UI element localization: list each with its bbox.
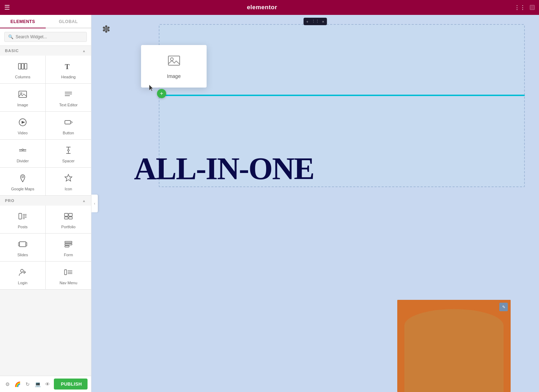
widget-form-label: Form — [64, 253, 73, 257]
widget-heading[interactable]: T Heading — [46, 56, 91, 83]
widget-nav-menu[interactable]: Nav Menu — [46, 262, 91, 289]
divider-icon — [18, 145, 28, 157]
svg-point-37 — [21, 269, 23, 272]
tab-elements[interactable]: ELEMENTS — [0, 15, 46, 28]
canvas-asterisk: ✽ — [102, 23, 110, 35]
widget-slides-label: Slides — [17, 253, 28, 257]
widget-login[interactable]: Login — [0, 262, 45, 289]
search-container: 🔍 — [0, 28, 91, 46]
search-box: 🔍 — [4, 32, 87, 42]
main-layout: ELEMENTS GLOBAL 🔍 BASIC ▲ — [0, 15, 539, 392]
text-editor-icon — [63, 89, 73, 101]
widget-login-label: Login — [18, 281, 28, 285]
svg-rect-40 — [64, 270, 67, 275]
svg-rect-0 — [18, 63, 21, 69]
widget-text-editor[interactable]: Text Editor — [46, 84, 91, 111]
svg-rect-34 — [65, 241, 72, 243]
widget-text-editor-label: Text Editor — [59, 103, 78, 107]
grid-icon[interactable]: ⋮⋮ — [514, 4, 526, 11]
svg-rect-11 — [65, 121, 71, 124]
widget-portfolio[interactable]: Portfolio — [46, 206, 91, 233]
google-maps-icon — [18, 173, 28, 185]
widget-posts[interactable]: Posts — [0, 206, 45, 233]
svg-rect-2 — [24, 63, 27, 69]
widget-slides[interactable]: Slides — [0, 234, 45, 261]
widget-posts-label: Posts — [18, 225, 28, 229]
widget-google-maps[interactable]: Google Maps — [0, 168, 45, 195]
widget-heading-label: Heading — [61, 75, 76, 79]
section-pro-label: PRO — [5, 198, 15, 203]
sidebar-tabs: ELEMENTS GLOBAL — [0, 15, 91, 28]
settings-icon[interactable]: ⚙ — [4, 379, 11, 390]
image-icon — [18, 89, 28, 101]
collapse-handle[interactable]: ‹ — [91, 195, 98, 212]
history-icon[interactable]: ↻ — [24, 379, 32, 390]
svg-rect-28 — [69, 213, 72, 216]
photo-person-silhouette — [404, 309, 504, 392]
button-icon — [63, 117, 73, 129]
basic-widget-grid: Columns T Heading — [0, 56, 91, 196]
canvas-close-icon[interactable]: × — [322, 19, 324, 24]
nav-menu-icon — [63, 267, 73, 279]
widget-image[interactable]: Image — [0, 84, 45, 111]
widget-divider[interactable]: Divider — [0, 140, 45, 167]
drag-widget-image-icon — [167, 54, 181, 71]
search-input[interactable] — [16, 34, 83, 39]
svg-point-5 — [21, 93, 22, 94]
section-basic-header[interactable]: BASIC ▲ — [0, 46, 91, 56]
widget-icon[interactable]: Icon — [46, 168, 91, 195]
heading-icon: T — [63, 61, 73, 73]
publish-button[interactable]: PUBLISH — [54, 379, 88, 390]
video-icon — [18, 117, 28, 129]
svg-rect-38 — [23, 273, 24, 273]
widget-video[interactable]: Video — [0, 112, 45, 139]
widget-portfolio-label: Portfolio — [61, 225, 75, 229]
svg-rect-29 — [64, 217, 68, 219]
canvas-toolbar[interactable]: + ⋮⋮ × — [303, 18, 327, 25]
widget-button-label: Button — [63, 131, 74, 135]
widget-divider-label: Divider — [17, 159, 29, 163]
eye-icon[interactable]: 👁 — [44, 379, 51, 390]
svg-rect-44 — [168, 56, 180, 65]
tab-global[interactable]: GLOBAL — [46, 15, 91, 28]
bottom-bar: ⚙ 🌈 ↻ 💻 👁 PUBLISH ▲ — [0, 376, 91, 392]
svg-rect-30 — [69, 217, 72, 219]
portfolio-icon — [63, 211, 73, 223]
icon-widget-icon — [63, 173, 73, 185]
widget-form[interactable]: Form — [46, 234, 91, 261]
drag-image-widget[interactable]: Image — [141, 45, 207, 88]
svg-text:T: T — [65, 63, 70, 71]
svg-rect-35 — [65, 243, 72, 245]
chevron-up-icon: ▲ — [82, 49, 86, 53]
photo-edit-button[interactable]: ✎ — [499, 303, 508, 311]
widget-button[interactable]: Button — [46, 112, 91, 139]
search-icon: 🔍 — [8, 34, 13, 39]
svg-rect-4 — [19, 91, 27, 97]
responsive-icon[interactable]: 💻 — [34, 379, 41, 390]
hamburger-icon[interactable]: ☰ — [4, 4, 10, 11]
spacer-icon — [63, 145, 73, 157]
pro-widget-grid: Posts Portfolio — [0, 206, 91, 290]
widget-google-maps-label: Google Maps — [11, 187, 34, 191]
posts-icon — [18, 211, 28, 223]
svg-marker-21 — [65, 174, 72, 181]
sidebar: ELEMENTS GLOBAL 🔍 BASIC ▲ — [0, 15, 91, 392]
sidebar-scroll: BASIC ▲ Columns — [0, 46, 91, 376]
elementor-logo: elementor — [14, 4, 510, 11]
form-icon — [63, 239, 73, 251]
canvas-photo: ✎ — [397, 300, 511, 392]
green-plus-button[interactable]: + — [157, 89, 166, 98]
window-minimize[interactable] — [530, 5, 535, 10]
section-basic-label: BASIC — [5, 49, 19, 53]
widget-columns[interactable]: Columns — [0, 56, 45, 83]
section-pro-header[interactable]: PRO ▲ — [0, 196, 91, 206]
widget-spacer[interactable]: Spacer — [46, 140, 91, 167]
svg-rect-1 — [22, 63, 24, 69]
login-icon — [18, 267, 28, 279]
svg-rect-31 — [19, 242, 26, 247]
drag-widget-label: Image — [167, 73, 181, 79]
canvas-area: ‹ ✽ + ⋮⋮ × Image — [91, 15, 539, 392]
widget-icon-label: Icon — [65, 187, 72, 191]
widget-spacer-label: Spacer — [62, 159, 75, 163]
style-icon[interactable]: 🌈 — [13, 379, 21, 390]
